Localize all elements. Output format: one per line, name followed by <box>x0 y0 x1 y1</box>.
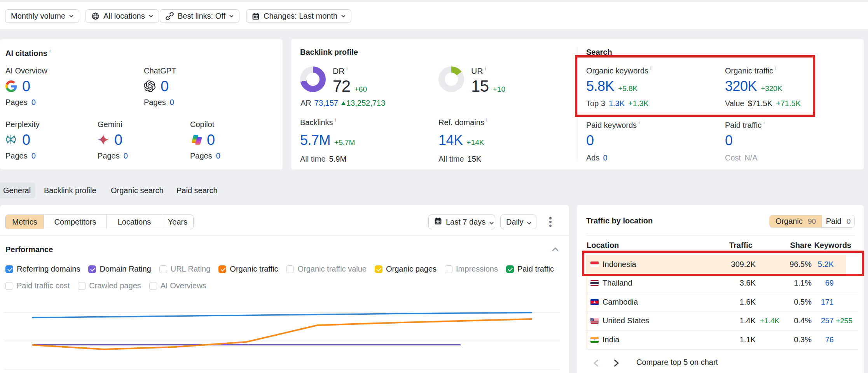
ai-citation-item: Perplexity 0 Pages0 <box>5 120 40 160</box>
location-table-header: Location Traffic Share Keywords <box>577 241 864 255</box>
ai-source-name: Gemini <box>98 120 128 127</box>
report-tab[interactable]: Backlink profile <box>39 183 101 199</box>
share-value: 0.3% <box>794 330 812 349</box>
location-name[interactable]: Indonesia <box>603 255 636 274</box>
organic-traffic-value[interactable]: 320K <box>725 78 757 94</box>
paid-count: 0 <box>847 217 851 226</box>
ref-domains-value[interactable]: 14K <box>438 132 463 148</box>
pages-count[interactable]: 0 <box>170 98 174 107</box>
pages-row: Pages0 <box>5 152 40 160</box>
location-table-row[interactable]: Indonesia 309.2K 96.5% 5.2K <box>577 255 864 274</box>
toolbar-button-icon <box>252 12 260 20</box>
ur-value: 15 <box>471 77 489 96</box>
pages-row: Pages0 <box>98 152 128 160</box>
keywords-value[interactable]: 69 <box>825 274 834 293</box>
pages-count[interactable]: 0 <box>31 152 36 160</box>
ai-citations-count[interactable]: 0 <box>22 78 30 95</box>
performance-panel: Metrics Competitors Locations Years <box>0 205 569 373</box>
ai-citations-count[interactable]: 0 <box>22 132 30 148</box>
ai-source-logo-icon <box>190 134 202 146</box>
traffic-value: 1.1K <box>740 330 756 349</box>
column-location[interactable]: Location <box>587 241 619 250</box>
location-name[interactable]: United States <box>603 312 649 331</box>
location-table-row[interactable]: Cambodia 1.6K 0.5% 171 <box>577 293 864 312</box>
ai-citations-count[interactable]: 0 <box>161 78 169 95</box>
ar-value[interactable]: 73,157 <box>314 99 338 108</box>
toolbar-dropdown-button[interactable]: Changes: Last month <box>246 9 351 23</box>
info-icon[interactable]: i <box>650 65 651 71</box>
pages-count[interactable]: 0 <box>124 152 128 160</box>
location-name[interactable]: Thailand <box>603 274 632 293</box>
chevron-down-icon <box>229 15 234 17</box>
ai-source-name: Perplexity <box>5 120 40 127</box>
location-table-row[interactable]: United States 1.4K +1.4K 0.4% 257 +255 <box>577 312 864 331</box>
ur-donut-chart <box>438 66 464 92</box>
column-traffic[interactable]: Traffic <box>729 241 753 250</box>
location-name[interactable]: India <box>603 330 619 349</box>
info-icon[interactable]: i <box>346 66 348 71</box>
organic-keywords-value[interactable]: 5.8K <box>586 78 614 94</box>
column-share[interactable]: Share <box>790 241 812 250</box>
report-tab[interactable]: General <box>0 183 35 199</box>
top3-value[interactable]: 1.3K <box>609 99 625 108</box>
pager-prev-button[interactable] <box>593 359 599 368</box>
keywords-value[interactable]: 76 <box>825 330 834 349</box>
column-keywords[interactable]: Keywords <box>814 241 851 250</box>
organic-label: Organic <box>775 217 803 226</box>
value-row: 0 <box>5 79 47 93</box>
keywords-value[interactable]: 171 <box>821 293 834 312</box>
value-delta: +71.5K <box>776 99 801 108</box>
paid-keywords-label: Paid keywordsi <box>586 120 640 127</box>
section-divider <box>586 235 855 235</box>
pages-count[interactable]: 0 <box>31 98 36 107</box>
location-name[interactable]: Cambodia <box>603 293 638 312</box>
ads-value[interactable]: 0 <box>603 153 607 162</box>
backlinks-label: Backlinksi <box>300 117 355 124</box>
toolbar-dropdown-button[interactable]: All locations <box>86 9 159 23</box>
pager-next-button[interactable] <box>614 359 619 368</box>
paid-keywords-label-text: Paid keywords <box>586 121 637 129</box>
info-icon[interactable]: i <box>485 66 486 71</box>
toolbar-button-label: All locations <box>103 12 145 21</box>
value-row: 0 <box>98 133 128 147</box>
backlink-search-panel: Backlink profile DRi 72 +60 AR 73,157 13… <box>291 39 864 169</box>
paid-traffic-label-text: Paid traffic <box>725 121 761 129</box>
info-icon[interactable]: i <box>335 117 336 123</box>
dr-delta: +60 <box>355 85 367 94</box>
alltime-label: All time <box>438 155 464 164</box>
keywords-value[interactable]: 257 <box>821 312 834 331</box>
info-icon[interactable]: i <box>486 117 487 123</box>
backlinks-value[interactable]: 5.7M <box>300 132 330 148</box>
cost-value: N/A <box>744 153 757 162</box>
value-row: 5.7M+5.7M <box>300 132 355 148</box>
report-tab[interactable]: Organic search <box>106 183 168 199</box>
ai-citation-item: Gemini 0 Pages0 <box>98 120 128 160</box>
toggle-organic[interactable]: Organic 90 <box>770 215 822 227</box>
ai-citations-count[interactable]: 0 <box>207 132 215 148</box>
chevron-down-icon <box>341 15 346 17</box>
ref-domains-metric: Ref. domainsi 14K+14K All time15K <box>438 117 487 164</box>
country-flag-icon <box>590 318 599 324</box>
paid-keywords-value[interactable]: 0 <box>586 132 594 149</box>
ai-citations-panel: AI citationsi AI Overview 0 Pages0 ChatG… <box>0 39 283 169</box>
paid-traffic-value[interactable]: 0 <box>725 132 733 149</box>
pages-count[interactable]: 0 <box>216 152 220 160</box>
pages-label: Pages <box>5 98 28 107</box>
info-icon[interactable]: i <box>763 120 765 125</box>
location-table-row[interactable]: Thailand 3.6K 1.1% 69 <box>577 274 864 293</box>
top3-label: Top 3 <box>586 99 605 108</box>
dr-label-text: DR <box>333 66 344 75</box>
info-icon[interactable]: i <box>639 120 640 125</box>
info-icon[interactable]: i <box>775 65 776 71</box>
report-tab[interactable]: Paid search <box>172 183 222 199</box>
location-table-row[interactable]: India 1.1K 0.3% 76 <box>577 330 864 349</box>
toolbar-dropdown-button[interactable]: Best links: Off <box>160 9 239 23</box>
info-icon[interactable]: i <box>49 48 51 54</box>
chevron-down-icon <box>149 15 153 17</box>
location-table-body: Indonesia 309.2K 96.5% 5.2K Thailand 3.6… <box>577 255 864 349</box>
toolbar-dropdown-button[interactable]: Monthly volume <box>5 9 79 23</box>
toggle-paid[interactable]: Paid 0 <box>822 215 854 227</box>
keywords-value[interactable]: 5.2K <box>818 255 834 274</box>
ai-citations-count[interactable]: 0 <box>114 132 122 148</box>
ai-citation-item: AI Overview 0 Pages0 <box>5 66 47 107</box>
